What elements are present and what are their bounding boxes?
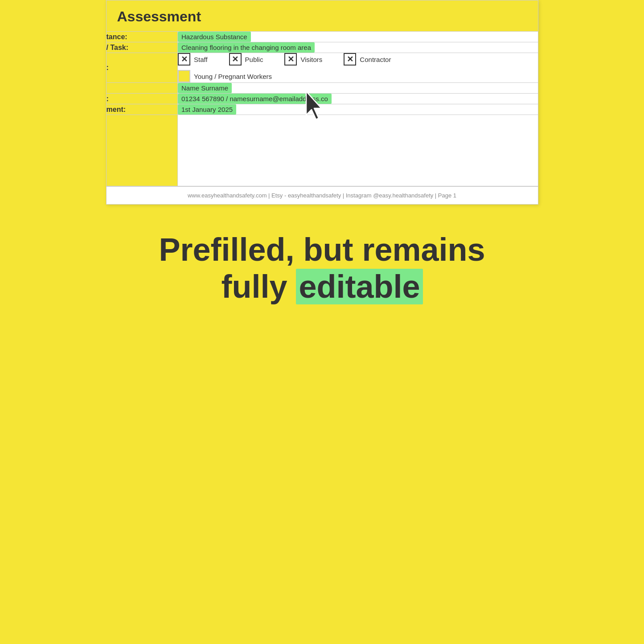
bottom-line2-before: fully (221, 269, 296, 304)
document-area: Assessment tance: Hazardous Substance / (106, 0, 538, 205)
value-contact: 01234 567890 / namesurname@emailaddress.… (178, 94, 538, 104)
checkbox-contractor-box[interactable] (344, 53, 356, 66)
table-row-empty (107, 115, 538, 186)
checkbox-contractor[interactable]: Contractor (344, 53, 391, 66)
bottom-line1: Prefilled, but remains (9, 231, 635, 268)
contact-value: 01234 567890 / namesurname@emailaddress.… (178, 94, 332, 104)
label-task: / Task: (107, 42, 178, 53)
checkbox-staff[interactable]: Staff (178, 53, 208, 66)
footer-text: www.easyhealthandsafety.com | Etsy - eas… (188, 192, 456, 199)
checkbox-grid: Staff Public Visitors (178, 53, 538, 66)
bottom-line2-highlight: editable (296, 269, 422, 304)
bottom-line2: fully editable (9, 268, 635, 305)
table-row: : Staff Public (107, 53, 538, 83)
checkbox-staff-label: Staff (194, 56, 208, 63)
substance-value: Hazardous Substance (178, 32, 251, 42)
table-row: / Task: Cleaning flooring in the changin… (107, 42, 538, 53)
checkbox-visitors-label: Visitors (300, 56, 322, 63)
doc-header: Assessment (107, 0, 538, 32)
label-substance: tance: (107, 32, 178, 42)
table-row: Name Surname (107, 83, 538, 94)
bottom-section: Prefilled, but remains fully editable (0, 205, 644, 323)
table-row: : 01234 567890 / namesurname@emailaddres… (107, 94, 538, 104)
value-date: 1st January 2025 (178, 104, 538, 115)
value-persons: Staff Public Visitors (178, 53, 538, 83)
bottom-text: Prefilled, but remains fully editable (9, 231, 635, 305)
checkbox-public-box[interactable] (229, 53, 242, 66)
checkbox-visitors-box[interactable] (284, 53, 297, 66)
document-card: Assessment tance: Hazardous Substance / (106, 0, 538, 205)
checkbox-young[interactable]: Young / Pregnant Workers (178, 70, 272, 82)
checkbox-staff-box[interactable] (178, 53, 190, 66)
checkbox-young-box[interactable] (178, 70, 190, 82)
name-value: Name Surname (178, 83, 232, 93)
label-empty (107, 115, 178, 186)
page-wrapper: Assessment tance: Hazardous Substance / (0, 0, 644, 644)
doc-title: Assessment (117, 8, 527, 25)
checkbox-contractor-label: Contractor (360, 56, 391, 63)
checkbox-grid-second: Young / Pregnant Workers (178, 70, 538, 82)
date-value: 1st January 2025 (178, 104, 236, 115)
label-contact: : (107, 94, 178, 104)
label-date: ment: (107, 104, 178, 115)
value-substance: Hazardous Substance (178, 32, 538, 42)
task-value: Cleaning flooring in the changing room a… (178, 42, 315, 53)
checkbox-visitors[interactable]: Visitors (284, 53, 322, 66)
value-name: Name Surname (178, 83, 538, 94)
checkbox-public[interactable]: Public (229, 53, 263, 66)
checkbox-public-label: Public (245, 56, 263, 63)
label-name (107, 83, 178, 94)
value-empty (178, 115, 538, 186)
doc-table: tance: Hazardous Substance / Task: Clean… (107, 32, 538, 186)
checkbox-young-label: Young / Pregnant Workers (194, 73, 272, 80)
value-task: Cleaning flooring in the changing room a… (178, 42, 538, 53)
table-row: tance: Hazardous Substance (107, 32, 538, 42)
doc-footer: www.easyhealthandsafety.com | Etsy - eas… (107, 186, 538, 204)
label-persons: : (107, 53, 178, 83)
table-row: ment: 1st January 2025 (107, 104, 538, 115)
